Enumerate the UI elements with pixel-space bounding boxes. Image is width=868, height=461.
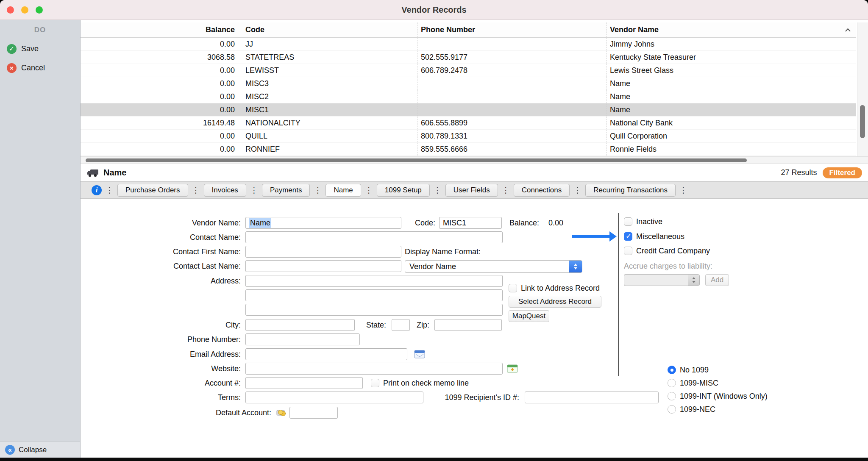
- table-row[interactable]: 0.00 JJ Jimmy Johns: [81, 38, 856, 51]
- chevron-up-down-icon: [569, 261, 582, 272]
- contact-first-name-input[interactable]: [245, 246, 401, 258]
- email-app-icon[interactable]: [414, 350, 425, 361]
- table-row[interactable]: 16149.48 NATIONALCITY 606.555.8899 Natio…: [81, 117, 856, 130]
- table-row[interactable]: 3068.58 STATETREAS 502.555.9177 Kentucky…: [81, 51, 856, 64]
- tab-drag-handle[interactable]: ⋮: [434, 185, 442, 195]
- phone-number-input[interactable]: [245, 333, 360, 345]
- table-row[interactable]: 0.00 RONNIEF 859.555.6666 Ronnie Fields: [81, 143, 856, 156]
- add-liability-button[interactable]: Add: [705, 274, 729, 286]
- radio-no-1099[interactable]: No 1099: [668, 364, 768, 376]
- recipient-id-input[interactable]: [525, 392, 659, 403]
- radio-label: No 1099: [680, 366, 709, 375]
- table-row[interactable]: 0.00 MISC2 Name: [81, 90, 856, 103]
- collapse-button[interactable]: « Collapse: [0, 442, 80, 458]
- table-row[interactable]: 0.00 MISC1 Name: [81, 103, 856, 117]
- cell-balance: 0.00: [81, 103, 241, 116]
- dropdown-value: Vendor Name: [405, 261, 569, 272]
- tab-connections[interactable]: Connections: [514, 184, 570, 197]
- contact-last-name-input[interactable]: [245, 260, 401, 272]
- website-browser-icon[interactable]: [507, 364, 518, 375]
- collapse-chevrons-icon: «: [5, 445, 15, 455]
- account-lookup-icon[interactable]: [276, 408, 287, 419]
- radio-1099-misc[interactable]: 1099-MISC: [668, 377, 768, 389]
- cell-phone: [417, 103, 606, 116]
- save-button[interactable]: ✓ Save: [0, 42, 80, 55]
- zip-input[interactable]: [434, 319, 502, 331]
- minimize-button[interactable]: [21, 6, 28, 14]
- website-label: Website:: [211, 363, 241, 375]
- cancel-button[interactable]: × Cancel: [0, 61, 80, 74]
- zoom-button[interactable]: [36, 6, 43, 14]
- email-address-input[interactable]: [245, 348, 407, 360]
- tab-drag-handle[interactable]: ⋮: [192, 185, 200, 195]
- address-line3-input[interactable]: [245, 304, 503, 316]
- code-input[interactable]: [439, 217, 502, 229]
- tab-drag-handle[interactable]: ⋮: [106, 185, 114, 195]
- window-bottom-edge: [0, 458, 868, 461]
- tab-recurring-transactions[interactable]: Recurring Transactions: [585, 184, 676, 197]
- miscellaneous-checkbox[interactable]: Miscellaneous: [624, 230, 684, 242]
- tab-payments[interactable]: Payments: [262, 184, 310, 197]
- tab-invoices[interactable]: Invoices: [204, 184, 246, 197]
- account-number-input[interactable]: [245, 377, 363, 389]
- tab-drag-handle[interactable]: ⋮: [573, 185, 581, 195]
- radio-selected-icon: [668, 366, 676, 374]
- results-count: 27 Results: [781, 168, 817, 177]
- vertical-scrollbar[interactable]: [857, 22, 868, 156]
- display-name-format-dropdown[interactable]: Vendor Name: [405, 260, 582, 273]
- link-address-record-checkbox[interactable]: Link to Address Record: [509, 282, 600, 294]
- column-header-phone[interactable]: Phone Number: [417, 22, 606, 37]
- checkbox-label: Inactive: [636, 217, 662, 226]
- state-input[interactable]: [392, 319, 410, 331]
- radio-1099-int-windows-only[interactable]: 1099-INT (Windows Only): [668, 390, 768, 402]
- address-line2-input[interactable]: [245, 289, 503, 301]
- tab-name[interactable]: Name: [326, 184, 361, 197]
- recipient-id-label: 1099 Recipient's ID #:: [445, 392, 519, 403]
- annotation-arrow: [572, 235, 610, 238]
- column-header-vendor-name[interactable]: Vendor Name: [606, 22, 856, 37]
- cell-phone: 502.555.9177: [417, 51, 606, 64]
- tab-user-fields[interactable]: User Fields: [445, 184, 498, 197]
- vertical-scrollbar-thumb[interactable]: [860, 105, 865, 138]
- horizontal-scrollbar-thumb[interactable]: [86, 158, 747, 162]
- website-input[interactable]: [245, 363, 503, 375]
- column-header-balance[interactable]: Balance: [81, 22, 241, 37]
- mapquest-button[interactable]: MapQuest: [509, 310, 549, 322]
- info-icon[interactable]: i: [92, 185, 102, 195]
- tab-drag-handle[interactable]: ⋮: [365, 185, 373, 195]
- select-address-record-button[interactable]: Select Address Record: [509, 296, 601, 308]
- vendor-name-input[interactable]: Name: [245, 217, 401, 229]
- record-bar: Name 27 Results Filtered: [81, 164, 868, 181]
- tab-purchase-orders[interactable]: Purchase Orders: [117, 184, 188, 197]
- tab-drag-handle[interactable]: ⋮: [502, 185, 510, 195]
- horizontal-scrollbar[interactable]: [81, 156, 868, 164]
- default-account-input[interactable]: [289, 407, 338, 419]
- table-row[interactable]: 0.00 LEWISST 606.789.2478 Lewis Street G…: [81, 64, 856, 77]
- credit-card-company-checkbox[interactable]: Credit Card Company: [624, 245, 710, 257]
- terms-label: Terms:: [218, 392, 241, 403]
- print-check-memo-checkbox[interactable]: Print on check memo line: [371, 377, 469, 389]
- contact-name-input[interactable]: [245, 231, 503, 243]
- tab-drag-handle[interactable]: ⋮: [679, 185, 687, 195]
- tab-drag-handle[interactable]: ⋮: [314, 185, 322, 195]
- column-header-code[interactable]: Code: [241, 22, 417, 37]
- inactive-checkbox[interactable]: Inactive: [624, 216, 662, 228]
- city-input[interactable]: [245, 319, 355, 331]
- accrue-liability-dropdown[interactable]: [624, 274, 700, 286]
- tab-1099-setup[interactable]: 1099 Setup: [377, 184, 430, 197]
- default-account-label: Default Account:: [216, 407, 271, 419]
- table-row[interactable]: 0.00 MISC3 Name: [81, 77, 856, 90]
- state-label: State:: [366, 319, 386, 331]
- filtered-badge[interactable]: Filtered: [823, 167, 862, 178]
- sort-ascending-icon[interactable]: [845, 28, 851, 32]
- table-row[interactable]: 0.00 QUILL 800.789.1331 Quill Corporatio…: [81, 130, 856, 143]
- radio-icon: [668, 379, 676, 387]
- address-line1-input[interactable]: [245, 275, 503, 287]
- tab-drag-handle[interactable]: ⋮: [250, 185, 258, 195]
- save-check-icon: ✓: [7, 44, 17, 54]
- cell-phone: 606.789.2478: [417, 64, 606, 77]
- radio-1099-nec[interactable]: 1099-NEC: [668, 403, 768, 415]
- terms-input[interactable]: [245, 392, 423, 403]
- window-title: Vendor Records: [401, 5, 466, 15]
- close-button[interactable]: [7, 6, 14, 14]
